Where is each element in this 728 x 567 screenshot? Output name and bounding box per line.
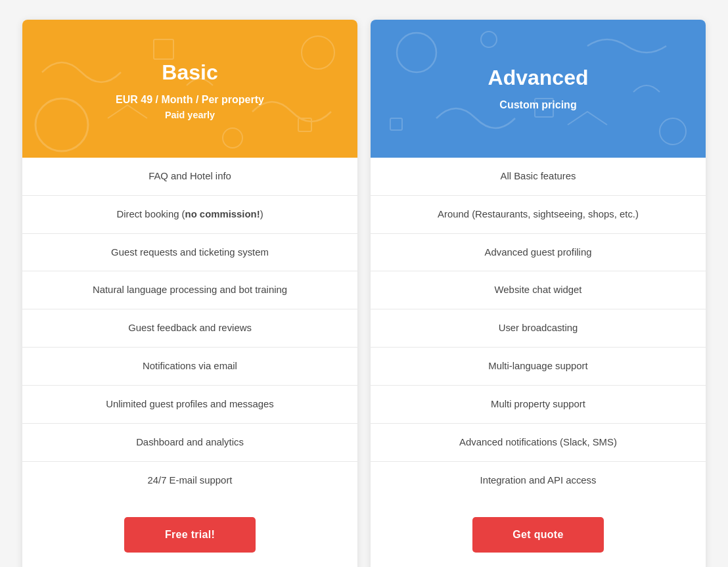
advanced-plan-name: Advanced xyxy=(488,66,589,90)
svg-rect-8 xyxy=(390,118,402,130)
list-item: All Basic features xyxy=(371,158,706,196)
svg-rect-3 xyxy=(298,118,311,131)
list-item: Advanced guest profiling xyxy=(371,234,706,272)
list-item: Advanced notifications (Slack, SMS) xyxy=(371,424,706,462)
svg-point-5 xyxy=(397,33,436,72)
svg-point-6 xyxy=(660,118,686,145)
svg-point-9 xyxy=(481,32,497,47)
list-item: Around (Restaurants, sightseeing, shops,… xyxy=(371,196,706,234)
basic-plan-billing: Paid yearly xyxy=(165,110,215,120)
get-quote-button[interactable]: Get quote xyxy=(472,517,604,553)
advanced-card: Advanced Custom pricing All Basic featur… xyxy=(371,20,706,567)
list-item: Multi-language support xyxy=(371,348,706,386)
basic-bg-decoration xyxy=(22,20,357,158)
free-trial-button[interactable]: Free trial! xyxy=(124,517,256,553)
list-item: Guest requests and ticketing system xyxy=(22,234,357,272)
advanced-plan-price: Custom pricing xyxy=(499,99,576,111)
svg-point-4 xyxy=(223,128,242,148)
list-item: Multi property support xyxy=(371,386,706,424)
basic-card-header: Basic EUR 49 / Month / Per property Paid… xyxy=(22,20,357,158)
list-item: Integration and API access xyxy=(371,462,706,499)
advanced-card-footer: Get quote xyxy=(371,499,706,567)
svg-point-1 xyxy=(302,36,334,69)
list-item: Guest feedback and reviews xyxy=(22,309,357,348)
list-item: Website chat widget xyxy=(371,271,706,309)
basic-card: Basic EUR 49 / Month / Per property Paid… xyxy=(22,20,357,567)
list-item: User broadcasting xyxy=(371,309,706,348)
basic-plan-price: EUR 49 / Month / Per property xyxy=(116,94,264,106)
list-item: Natural language processing and bot trai… xyxy=(22,271,357,309)
advanced-card-header: Advanced Custom pricing xyxy=(371,20,706,158)
basic-features-list: FAQ and Hotel info Direct booking (no co… xyxy=(22,158,357,499)
basic-card-footer: Free trial! xyxy=(22,499,357,567)
list-item: Direct booking (no commission!) xyxy=(22,196,357,234)
list-item: 24/7 E-mail support xyxy=(22,462,357,499)
basic-plan-name: Basic xyxy=(162,60,217,85)
advanced-features-list: All Basic features Around (Restaurants, … xyxy=(371,158,706,499)
svg-point-0 xyxy=(35,99,88,151)
list-item: Unlimited guest profiles and messages xyxy=(22,386,357,424)
list-item: FAQ and Hotel info xyxy=(22,158,357,196)
pricing-container: Basic EUR 49 / Month / Per property Paid… xyxy=(0,0,728,567)
svg-rect-2 xyxy=(154,39,173,59)
list-item: Dashboard and analytics xyxy=(22,424,357,462)
list-item: Notifications via email xyxy=(22,348,357,386)
